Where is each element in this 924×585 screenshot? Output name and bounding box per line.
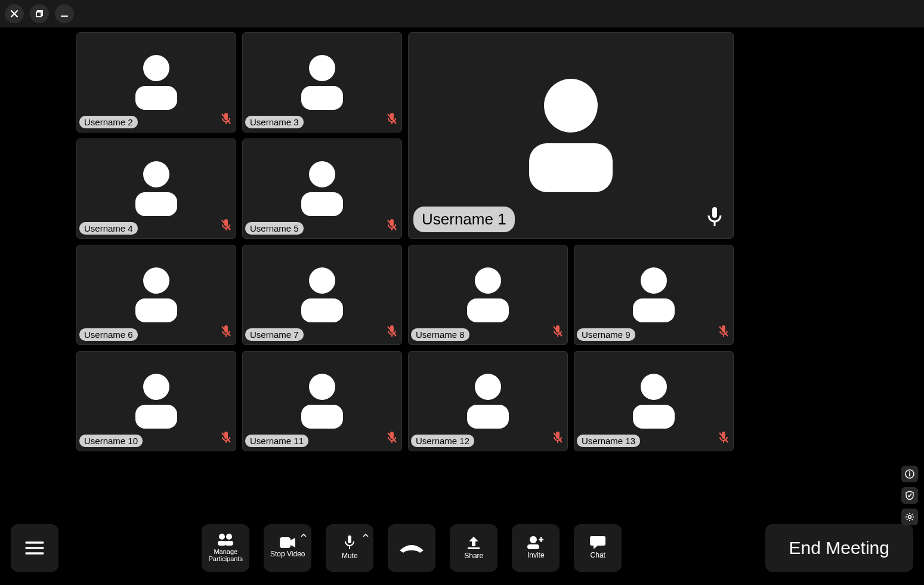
active-speaker-tile[interactable]: Username 1 [408, 32, 734, 239]
svg-rect-5 [301, 86, 343, 110]
chevron-up-icon [363, 529, 369, 540]
info-button[interactable] [901, 466, 918, 482]
stop-video-button[interactable]: Stop Video [264, 524, 311, 572]
mic-muted-icon [719, 432, 728, 446]
participant-tile[interactable]: Username 10 [76, 351, 236, 451]
participant-name: Username 10 [79, 435, 143, 447]
svg-point-37 [641, 374, 667, 400]
participant-tile[interactable]: Username 5 [242, 138, 402, 239]
mic-icon [344, 535, 355, 550]
svg-rect-11 [135, 192, 177, 216]
end-meeting-button[interactable]: End Meeting [765, 524, 913, 572]
minimize-window-button[interactable] [55, 4, 74, 23]
tool-label: Chat [591, 552, 605, 559]
mic-muted-icon [221, 325, 231, 340]
svg-point-25 [641, 267, 667, 294]
tool-label: Manage Participants [209, 548, 243, 562]
svg-point-22 [475, 267, 501, 294]
participant-name: Username 5 [245, 222, 304, 235]
bottom-toolbar: Manage Participants Stop Video Mute Shar… [0, 524, 924, 572]
participant-tile[interactable]: Username 3 [242, 32, 402, 133]
invite-button[interactable]: Invite [512, 524, 560, 572]
participant-tile[interactable]: Username 4 [76, 138, 236, 239]
security-button[interactable] [901, 487, 918, 504]
avatar-icon [633, 374, 675, 429]
info-icon [905, 469, 914, 479]
participant-name: Username 11 [245, 435, 308, 447]
participant-name: Username 2 [79, 116, 138, 128]
participant-tile[interactable]: Username 11 [242, 351, 402, 451]
avatar-icon [301, 374, 343, 429]
participant-tile[interactable]: Username 2 [76, 32, 236, 133]
participant-tile[interactable]: Username 8 [408, 245, 568, 345]
svg-point-51 [909, 471, 910, 472]
svg-rect-46 [468, 547, 480, 549]
manage-participants-button[interactable]: Manage Participants [202, 524, 249, 572]
chat-button[interactable]: Chat [574, 524, 622, 572]
mic-active-icon [707, 207, 722, 230]
participant-tile[interactable]: Username 12 [408, 351, 568, 451]
minimize-icon [60, 9, 69, 19]
participant-name: Username 13 [577, 435, 640, 447]
svg-rect-44 [280, 537, 291, 548]
add-person-icon [527, 536, 544, 549]
mic-muted-icon [387, 325, 397, 340]
avatar-icon [467, 267, 509, 322]
svg-rect-0 [36, 12, 41, 17]
participant-name: Username 3 [245, 116, 304, 128]
restore-icon [35, 9, 44, 19]
window-controls [0, 0, 924, 27]
avatar-icon [301, 267, 343, 322]
share-button[interactable]: Share [450, 524, 497, 572]
mic-muted-icon [221, 219, 231, 233]
avatar-icon [301, 161, 343, 216]
svg-rect-38 [633, 405, 675, 429]
avatar-icon [135, 267, 177, 322]
svg-rect-35 [467, 405, 509, 429]
avatar-icon [135, 161, 177, 216]
participant-tile[interactable]: Username 13 [574, 351, 734, 451]
svg-rect-43 [225, 541, 233, 546]
svg-point-31 [309, 374, 335, 400]
participant-tile[interactable]: Username 7 [242, 245, 402, 345]
svg-rect-2 [135, 86, 177, 110]
svg-point-16 [143, 267, 169, 294]
phone-hangup-icon [398, 542, 425, 554]
mic-muted-icon [221, 432, 231, 446]
mic-muted-icon [719, 325, 728, 340]
svg-point-4 [309, 55, 335, 81]
hangup-button[interactable] [388, 524, 435, 572]
svg-rect-8 [529, 143, 613, 192]
video-icon [280, 537, 295, 548]
participants-icon [217, 534, 234, 546]
settings-button[interactable] [901, 509, 918, 525]
participant-name: Username 8 [411, 328, 469, 341]
share-icon [466, 535, 481, 550]
mic-muted-icon [221, 113, 231, 127]
gear-icon [905, 512, 914, 522]
svg-rect-52 [909, 473, 910, 476]
participant-name: Username 6 [79, 328, 138, 341]
svg-rect-49 [590, 536, 605, 546]
avatar-icon [529, 79, 613, 192]
restore-window-button[interactable] [30, 4, 49, 23]
participant-name: Username 9 [577, 328, 635, 341]
hamburger-icon [25, 541, 44, 555]
avatar-icon [467, 374, 509, 429]
svg-rect-9 [712, 207, 717, 218]
svg-point-47 [530, 536, 537, 543]
participant-tile[interactable]: Username 6 [76, 245, 236, 345]
menu-button[interactable] [11, 524, 58, 572]
svg-rect-20 [301, 298, 343, 322]
tool-label: Invite [527, 552, 545, 559]
participant-tile[interactable]: Username 9 [574, 245, 734, 345]
tool-label: Mute [342, 552, 358, 560]
mic-muted-icon [553, 432, 563, 446]
mute-button[interactable]: Mute [326, 524, 373, 572]
avatar-icon [633, 267, 675, 322]
svg-point-34 [475, 374, 501, 400]
shield-icon [905, 491, 914, 500]
svg-rect-23 [467, 298, 509, 322]
svg-point-53 [908, 516, 911, 519]
close-window-button[interactable] [5, 4, 24, 23]
